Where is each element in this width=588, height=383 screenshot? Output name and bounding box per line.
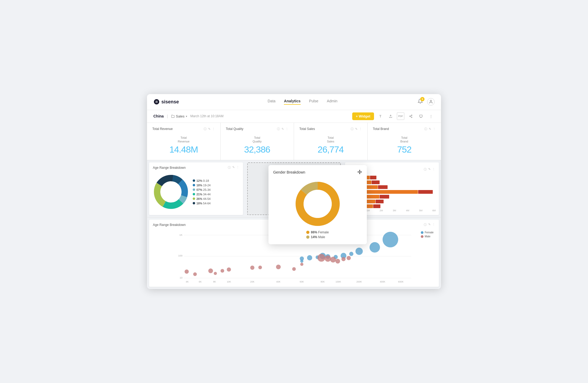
svg-text:100: 100 xyxy=(178,254,183,257)
age-gender-icons: ⓘ ✎ ⋮ xyxy=(424,167,435,171)
age-range-header: Age Range Breakdown ⓘ ✎ ⋮ xyxy=(149,162,243,171)
kpi-more-icon-3[interactable]: ⋮ xyxy=(359,127,362,131)
breadcrumb-folder[interactable]: Sales ▾ xyxy=(171,114,187,118)
bar-red-64 xyxy=(376,200,384,203)
toolbar-pdf-icon[interactable]: PDF xyxy=(397,112,404,120)
gender-legend-male: 14% Male xyxy=(306,235,329,239)
svg-text:600K: 600K xyxy=(398,280,404,283)
scatter-more[interactable]: ⋮ xyxy=(432,223,435,227)
nav-pulse[interactable]: Pulse xyxy=(309,99,318,105)
svg-point-54 xyxy=(208,268,213,273)
legend-25-34: 07% 25-34 xyxy=(193,188,211,191)
kpi-header-quality: Total Quality ⓘ ✎ ⋮ xyxy=(226,127,289,131)
svg-point-60 xyxy=(276,265,281,270)
scatter-info[interactable]: ⓘ xyxy=(424,223,427,227)
age-gender-more[interactable]: ⋮ xyxy=(432,167,435,171)
age-range-icons: ⓘ ✎ ⋮ xyxy=(228,166,239,170)
svg-point-55 xyxy=(214,272,217,275)
svg-point-66 xyxy=(335,259,340,264)
add-widget-button[interactable]: + Widget xyxy=(352,112,374,120)
kpi-label-revenue: Total Revenue xyxy=(178,136,190,144)
breadcrumb-title: China xyxy=(153,114,164,118)
bar-red-18 xyxy=(370,176,376,179)
sub-nav-left: China | Sales ▾ March 12th at 10:18AM xyxy=(153,114,348,118)
kpi-label-quality: Total Quality xyxy=(253,136,262,144)
gender-legend: 86% Female 14% Male xyxy=(306,230,329,239)
kpi-edit-icon-4[interactable]: ✎ xyxy=(429,127,431,131)
svg-text:400K: 400K xyxy=(380,280,385,283)
kpi-title-revenue: Total Revenue xyxy=(152,127,173,131)
kpi-label-sales: Total Sales xyxy=(327,136,334,144)
toolbar-text-icon[interactable]: T xyxy=(377,112,384,120)
sub-nav-right: + Widget T PDF ⋮ xyxy=(352,112,435,120)
kpi-edit-icon-2[interactable]: ✎ xyxy=(282,127,284,131)
svg-point-53 xyxy=(193,272,197,276)
age-gender-info[interactable]: ⓘ xyxy=(424,167,427,171)
age-range-more[interactable]: ⋮ xyxy=(236,166,239,170)
nav-admin[interactable]: Admin xyxy=(327,99,338,105)
notif-badge: 5 xyxy=(420,97,425,101)
svg-point-63 xyxy=(317,254,325,262)
kpi-info-icon[interactable]: ⓘ xyxy=(204,127,207,131)
svg-text:40K: 40K xyxy=(276,280,280,283)
user-avatar[interactable] xyxy=(427,98,435,106)
female-dot xyxy=(306,231,309,234)
age-donut-legend: 12% 0-18 18% 19-24 07% 25-34 21% 34 xyxy=(193,179,211,205)
kpi-header-brand: Total Brand ⓘ ✎ ⋮ xyxy=(373,127,436,131)
kpi-info-icon-3[interactable]: ⓘ xyxy=(351,127,354,131)
kpi-more-icon-4[interactable]: ⋮ xyxy=(433,127,436,131)
age-range-edit[interactable]: ✎ xyxy=(232,166,235,170)
toolbar-more-icon[interactable]: ⋮ xyxy=(427,112,435,120)
svg-point-59 xyxy=(258,266,262,270)
svg-text:6K: 6K xyxy=(199,280,202,283)
kpi-more-icon-2[interactable]: ⋮ xyxy=(285,127,288,131)
scatter-edit[interactable]: ✎ xyxy=(428,223,431,227)
kpi-total-brand: Total Brand ⓘ ✎ ⋮ Total Brand 752 xyxy=(368,123,441,160)
toolbar-fullscreen-icon[interactable] xyxy=(417,112,425,120)
svg-point-2 xyxy=(411,115,412,116)
drag-area: Gender Breakdown ✛ xyxy=(247,162,341,215)
kpi-icons-revenue: ⓘ ✎ ⋮ xyxy=(204,127,215,131)
move-cursor-icon[interactable]: ✛ xyxy=(357,169,362,176)
female-label: 86% Female xyxy=(311,230,329,234)
kpi-title-quality: Total Quality xyxy=(226,127,243,131)
legend-54-64: 18% 54-64 xyxy=(193,202,211,205)
svg-text:100K: 100K xyxy=(335,280,341,283)
toolbar-share-icon[interactable] xyxy=(407,112,414,120)
nav-analytics[interactable]: Analytics xyxy=(284,99,300,105)
kpi-label-brand: Total Brand xyxy=(400,136,408,144)
male-dot xyxy=(306,235,309,239)
kpi-info-icon-2[interactable]: ⓘ xyxy=(277,127,280,131)
kpi-info-icon-4[interactable]: ⓘ xyxy=(424,127,427,131)
bar-red-44 xyxy=(418,190,432,194)
notification-button[interactable]: 5 xyxy=(418,99,423,105)
bar-red-4plus xyxy=(373,204,380,208)
gender-breakdown-popup: Gender Breakdown ✛ xyxy=(268,165,367,244)
kpi-body-revenue: Total Revenue 14.48M xyxy=(152,133,215,155)
svg-point-61 xyxy=(292,267,296,271)
kpi-edit-icon[interactable]: ✎ xyxy=(208,127,211,131)
legend-dot-0-18 xyxy=(193,179,195,182)
legend-dot-25-34 xyxy=(193,188,195,191)
age-range-title: Age Range Breakdown xyxy=(153,166,186,170)
logo-icon xyxy=(153,99,160,105)
kpi-total-quality: Total Quality ⓘ ✎ ⋮ Total Quality 32,386 xyxy=(221,123,294,160)
bar-red-54 xyxy=(380,195,389,199)
breadcrumb-date: March 12th at 10:18AM xyxy=(190,114,224,118)
kpi-icons-sales: ⓘ ✎ ⋮ xyxy=(351,127,362,131)
svg-point-17 xyxy=(161,182,181,202)
svg-point-0 xyxy=(430,100,431,102)
nav-data[interactable]: Data xyxy=(268,99,276,105)
kpi-more-icon[interactable]: ⋮ xyxy=(212,127,215,131)
kpi-edit-icon-3[interactable]: ✎ xyxy=(355,127,358,131)
svg-point-41 xyxy=(307,255,312,260)
age-gender-edit[interactable]: ✎ xyxy=(428,167,431,171)
svg-point-21 xyxy=(304,190,332,218)
age-range-info[interactable]: ⓘ xyxy=(228,166,231,170)
legend-dot-44-54 xyxy=(193,197,195,200)
top-nav: sisense Data Analytics Pulse Admin 5 xyxy=(147,94,441,110)
folder-chevron: ▾ xyxy=(186,115,187,118)
toolbar-upload-icon[interactable] xyxy=(387,112,394,120)
gender-donut-container: 86% Female 14% Male xyxy=(268,178,367,239)
svg-point-49 xyxy=(383,232,398,247)
